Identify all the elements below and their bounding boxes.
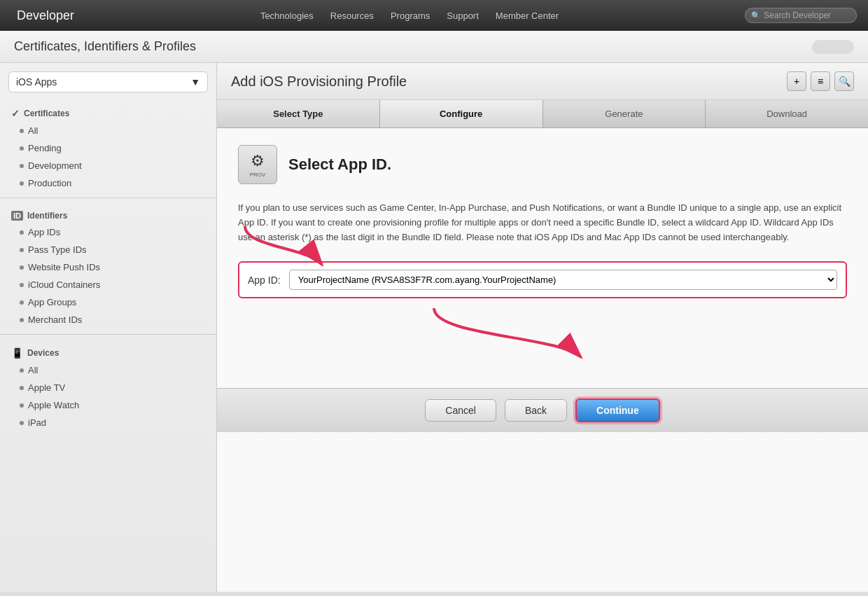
list-button[interactable]: ≡ (811, 71, 830, 91)
dot-icon (20, 164, 24, 168)
dot-icon (20, 421, 24, 425)
platform-label: iOS Apps (16, 76, 57, 88)
dot-icon (20, 146, 24, 151)
dot-icon (20, 403, 24, 408)
dot-icon (20, 300, 24, 305)
sidebar-item-icloud-containers[interactable]: iCloud Containers (0, 276, 216, 293)
dot-icon (20, 368, 24, 373)
nav-technologies[interactable]: Technologies (260, 11, 314, 21)
sidebar-item-development[interactable]: Development (0, 157, 216, 174)
content-title: Add iOS Provisioning Profile (231, 74, 407, 90)
chevron-down-icon: ▼ (190, 76, 200, 88)
page-title: Certificates, Identifiers & Profiles (14, 39, 196, 54)
identifiers-label: Identifiers (27, 211, 67, 221)
section-identifiers: ID Identifiers (0, 204, 216, 223)
annotation-arrow-2 (420, 301, 616, 371)
nav-member-center[interactable]: Member Center (496, 11, 559, 21)
search-box[interactable]: 🔍 (745, 8, 857, 23)
wizard-step-download[interactable]: Download (706, 100, 868, 127)
app-id-select[interactable]: YourProjectName (RVSA8S3F7R.com.ayang.Yo… (289, 270, 837, 290)
dot-icon (20, 129, 24, 133)
wizard-step-configure[interactable]: Configure (380, 100, 543, 127)
devices-icon: 📱 (11, 347, 23, 359)
continue-button[interactable]: Continue (575, 399, 660, 422)
dot-icon (20, 318, 24, 322)
wizard-steps: Select Type Configure Generate Download (217, 100, 868, 128)
prov-icon: ⚙ PROV (238, 145, 277, 184)
content-footer: Cancel Back Continue (217, 388, 868, 432)
sidebar-item-pending[interactable]: Pending (0, 139, 216, 157)
dot-icon (20, 181, 24, 186)
main-layout: iOS Apps ▼ ✓ Certificates All Pending De… (0, 63, 868, 592)
sidebar-item-all-certs[interactable]: All (0, 122, 216, 139)
section-header: ⚙ PROV Select App ID. (238, 145, 847, 184)
dot-icon (20, 265, 24, 270)
platform-dropdown[interactable]: iOS Apps ▼ (8, 71, 208, 92)
sidebar-item-website-push-ids[interactable]: Website Push IDs (0, 258, 216, 276)
nav-programs[interactable]: Programs (391, 11, 430, 21)
add-button[interactable]: + (787, 71, 806, 91)
wizard-step-select-type[interactable]: Select Type (217, 100, 380, 127)
cancel-button[interactable]: Cancel (425, 399, 496, 422)
app-id-row: App ID: YourProjectName (RVSA8S3F7R.com.… (238, 261, 847, 298)
user-avatar (812, 40, 854, 54)
certificates-icon: ✓ (11, 108, 20, 119)
wizard-step-generate[interactable]: Generate (543, 100, 706, 127)
section-certificates: ✓ Certificates (0, 101, 216, 122)
logo: Developer (11, 8, 74, 23)
logo-text: Developer (17, 8, 74, 23)
sidebar: iOS Apps ▼ ✓ Certificates All Pending De… (0, 63, 217, 592)
sidebar-item-apple-watch[interactable]: Apple Watch (0, 396, 216, 414)
dot-icon (20, 230, 24, 235)
section-devices: 📱 Devices (0, 340, 216, 361)
nav-resources[interactable]: Resources (330, 11, 374, 21)
devices-label: Devices (27, 348, 59, 358)
content-title-bar: Add iOS Provisioning Profile + ≡ 🔍 (217, 63, 868, 100)
description-text: If you plan to use services such as Game… (238, 201, 847, 244)
search-input[interactable] (764, 11, 848, 20)
identifiers-icon: ID (11, 211, 23, 221)
search-button[interactable]: 🔍 (834, 71, 854, 91)
dot-icon (20, 283, 24, 287)
sidebar-item-app-groups[interactable]: App Groups (0, 293, 216, 311)
gear-icon: ⚙ (251, 152, 265, 170)
certificates-label: Certificates (24, 109, 69, 118)
dot-icon (20, 386, 24, 390)
title-actions: + ≡ 🔍 (787, 71, 854, 91)
back-button[interactable]: Back (505, 399, 567, 422)
content-body: ⚙ PROV Select App ID. If you plan to use… (217, 128, 868, 592)
sidebar-item-apple-tv[interactable]: Apple TV (0, 379, 216, 396)
sidebar-item-production[interactable]: Production (0, 174, 216, 192)
sidebar-item-pass-type-ids[interactable]: Pass Type IDs (0, 241, 216, 258)
select-app-id-title: Select App ID. (288, 155, 391, 174)
prov-label: PROV (250, 172, 266, 178)
sidebar-item-ipad[interactable]: iPad (0, 414, 216, 431)
nav-links: Technologies Resources Programs Support … (91, 11, 728, 21)
sidebar-item-all-devices[interactable]: All (0, 361, 216, 379)
sidebar-item-app-ids[interactable]: App IDs (0, 223, 216, 241)
search-icon: 🔍 (751, 11, 761, 20)
page-header: Certificates, Identifiers & Profiles (0, 31, 868, 63)
top-nav: Developer Technologies Resources Program… (0, 0, 868, 31)
nav-support[interactable]: Support (447, 11, 479, 21)
sidebar-item-merchant-ids[interactable]: Merchant IDs (0, 311, 216, 328)
main-content: Add iOS Provisioning Profile + ≡ 🔍 Selec… (217, 63, 868, 592)
app-id-label: App ID: (248, 275, 281, 286)
dot-icon (20, 248, 24, 252)
